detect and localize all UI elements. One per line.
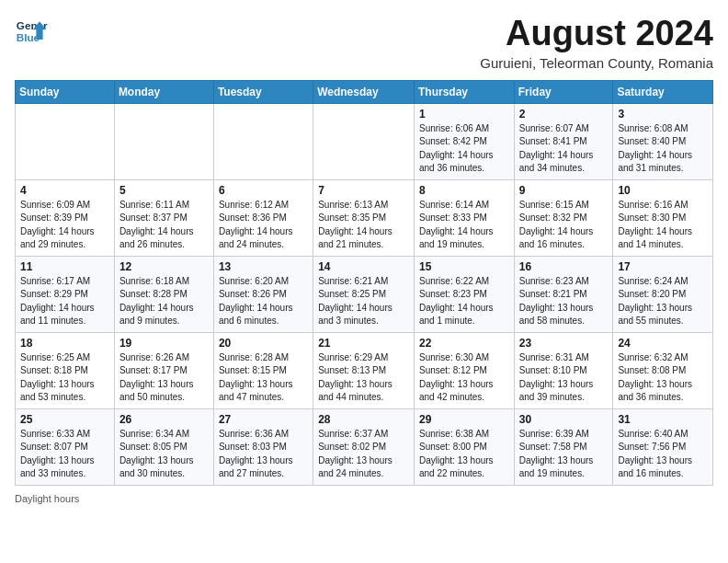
day-number: 16 xyxy=(519,260,609,273)
calendar-cell: 16Sunrise: 6:23 AM Sunset: 8:21 PM Dayli… xyxy=(514,256,613,332)
dow-header-tuesday: Tuesday xyxy=(213,80,313,103)
day-number: 9 xyxy=(519,184,609,197)
day-number: 4 xyxy=(20,184,109,197)
day-info: Sunrise: 6:21 AM Sunset: 8:25 PM Dayligh… xyxy=(318,275,409,328)
day-number: 13 xyxy=(219,260,308,273)
day-info: Sunrise: 6:13 AM Sunset: 8:35 PM Dayligh… xyxy=(318,199,409,252)
day-info: Sunrise: 6:29 AM Sunset: 8:13 PM Dayligh… xyxy=(318,351,409,405)
day-number: 22 xyxy=(419,337,509,350)
calendar-cell: 9Sunrise: 6:15 AM Sunset: 8:32 PM Daylig… xyxy=(514,179,613,256)
calendar-cell: 10Sunrise: 6:16 AM Sunset: 8:30 PM Dayli… xyxy=(613,179,713,256)
day-number: 19 xyxy=(119,337,209,350)
day-info: Sunrise: 6:38 AM Sunset: 8:00 PM Dayligh… xyxy=(419,428,509,481)
calendar-subtitle: Guruieni, Teleorman County, Romania xyxy=(480,55,713,71)
day-info: Sunrise: 6:31 AM Sunset: 8:10 PM Dayligh… xyxy=(519,351,609,405)
calendar-cell: 13Sunrise: 6:20 AM Sunset: 8:26 PM Dayli… xyxy=(213,256,313,332)
day-info: Sunrise: 6:24 AM Sunset: 8:20 PM Dayligh… xyxy=(618,275,708,328)
calendar-cell: 14Sunrise: 6:21 AM Sunset: 8:25 PM Dayli… xyxy=(313,256,415,332)
calendar-cell: 22Sunrise: 6:30 AM Sunset: 8:12 PM Dayli… xyxy=(414,332,514,408)
calendar-cell: 6Sunrise: 6:12 AM Sunset: 8:36 PM Daylig… xyxy=(213,179,313,256)
day-info: Sunrise: 6:34 AM Sunset: 8:05 PM Dayligh… xyxy=(119,428,209,481)
day-number: 25 xyxy=(20,413,109,426)
day-number: 29 xyxy=(419,413,509,426)
day-info: Sunrise: 6:14 AM Sunset: 8:33 PM Dayligh… xyxy=(419,199,509,252)
footer-label: Daylight hours xyxy=(15,493,79,504)
calendar-cell: 8Sunrise: 6:14 AM Sunset: 8:33 PM Daylig… xyxy=(414,179,514,256)
day-number: 24 xyxy=(618,337,708,350)
calendar-cell: 15Sunrise: 6:22 AM Sunset: 8:23 PM Dayli… xyxy=(414,256,514,332)
dow-header-sunday: Sunday xyxy=(16,80,115,103)
dow-header-friday: Friday xyxy=(514,80,613,103)
day-info: Sunrise: 6:16 AM Sunset: 8:30 PM Dayligh… xyxy=(618,199,708,252)
calendar-cell xyxy=(16,103,115,179)
calendar-cell: 2Sunrise: 6:07 AM Sunset: 8:41 PM Daylig… xyxy=(514,103,613,179)
day-number: 17 xyxy=(618,260,708,273)
day-number: 26 xyxy=(119,413,209,426)
day-info: Sunrise: 6:18 AM Sunset: 8:28 PM Dayligh… xyxy=(119,275,209,328)
page-header: General Blue August 2024 Guruieni, Teleo… xyxy=(15,15,713,71)
day-number: 28 xyxy=(318,413,409,426)
day-number: 6 xyxy=(219,184,308,197)
day-info: Sunrise: 6:22 AM Sunset: 8:23 PM Dayligh… xyxy=(419,275,509,328)
day-info: Sunrise: 6:36 AM Sunset: 8:03 PM Dayligh… xyxy=(219,428,308,481)
calendar-table: SundayMondayTuesdayWednesdayThursdayFrid… xyxy=(15,80,713,486)
day-number: 1 xyxy=(419,108,509,121)
dow-header-wednesday: Wednesday xyxy=(313,80,415,103)
calendar-cell: 4Sunrise: 6:09 AM Sunset: 8:39 PM Daylig… xyxy=(16,179,115,256)
calendar-cell: 11Sunrise: 6:17 AM Sunset: 8:29 PM Dayli… xyxy=(16,256,115,332)
calendar-cell: 26Sunrise: 6:34 AM Sunset: 8:05 PM Dayli… xyxy=(114,408,213,485)
day-info: Sunrise: 6:09 AM Sunset: 8:39 PM Dayligh… xyxy=(20,199,109,252)
day-number: 27 xyxy=(219,413,308,426)
calendar-cell: 28Sunrise: 6:37 AM Sunset: 8:02 PM Dayli… xyxy=(313,408,415,485)
calendar-cell: 19Sunrise: 6:26 AM Sunset: 8:17 PM Dayli… xyxy=(114,332,213,408)
day-number: 14 xyxy=(318,260,409,273)
calendar-cell: 7Sunrise: 6:13 AM Sunset: 8:35 PM Daylig… xyxy=(313,179,415,256)
day-info: Sunrise: 6:12 AM Sunset: 8:36 PM Dayligh… xyxy=(219,199,308,252)
calendar-cell: 20Sunrise: 6:28 AM Sunset: 8:15 PM Dayli… xyxy=(213,332,313,408)
footer: Daylight hours xyxy=(15,493,713,504)
calendar-cell xyxy=(114,103,213,179)
day-info: Sunrise: 6:17 AM Sunset: 8:29 PM Dayligh… xyxy=(20,275,109,328)
day-info: Sunrise: 6:11 AM Sunset: 8:37 PM Dayligh… xyxy=(119,199,209,252)
calendar-cell: 24Sunrise: 6:32 AM Sunset: 8:08 PM Dayli… xyxy=(613,332,713,408)
day-number: 15 xyxy=(419,260,509,273)
calendar-cell: 29Sunrise: 6:38 AM Sunset: 8:00 PM Dayli… xyxy=(414,408,514,485)
day-info: Sunrise: 6:37 AM Sunset: 8:02 PM Dayligh… xyxy=(318,428,409,481)
calendar-cell: 17Sunrise: 6:24 AM Sunset: 8:20 PM Dayli… xyxy=(613,256,713,332)
calendar-cell: 27Sunrise: 6:36 AM Sunset: 8:03 PM Dayli… xyxy=(213,408,313,485)
calendar-cell: 18Sunrise: 6:25 AM Sunset: 8:18 PM Dayli… xyxy=(16,332,115,408)
calendar-cell: 30Sunrise: 6:39 AM Sunset: 7:58 PM Dayli… xyxy=(514,408,613,485)
day-info: Sunrise: 6:08 AM Sunset: 8:40 PM Dayligh… xyxy=(618,122,708,176)
day-info: Sunrise: 6:25 AM Sunset: 8:18 PM Dayligh… xyxy=(20,351,109,405)
day-number: 12 xyxy=(119,260,209,273)
day-info: Sunrise: 6:07 AM Sunset: 8:41 PM Dayligh… xyxy=(519,122,609,176)
calendar-cell: 3Sunrise: 6:08 AM Sunset: 8:40 PM Daylig… xyxy=(613,103,713,179)
day-number: 7 xyxy=(318,184,409,197)
day-info: Sunrise: 6:30 AM Sunset: 8:12 PM Dayligh… xyxy=(419,351,509,405)
calendar-cell: 31Sunrise: 6:40 AM Sunset: 7:56 PM Dayli… xyxy=(613,408,713,485)
day-number: 31 xyxy=(618,413,708,426)
day-number: 11 xyxy=(20,260,109,273)
day-info: Sunrise: 6:40 AM Sunset: 7:56 PM Dayligh… xyxy=(618,428,708,481)
calendar-title: August 2024 xyxy=(480,15,713,53)
day-info: Sunrise: 6:33 AM Sunset: 8:07 PM Dayligh… xyxy=(20,428,109,481)
calendar-cell: 5Sunrise: 6:11 AM Sunset: 8:37 PM Daylig… xyxy=(114,179,213,256)
day-info: Sunrise: 6:06 AM Sunset: 8:42 PM Dayligh… xyxy=(419,122,509,176)
day-number: 5 xyxy=(119,184,209,197)
day-number: 2 xyxy=(519,108,609,121)
dow-header-thursday: Thursday xyxy=(414,80,514,103)
logo-icon: General Blue xyxy=(15,15,48,48)
day-number: 18 xyxy=(20,337,109,350)
day-number: 21 xyxy=(318,337,409,350)
day-number: 30 xyxy=(519,413,609,426)
calendar-cell xyxy=(313,103,415,179)
day-number: 3 xyxy=(618,108,708,121)
dow-header-monday: Monday xyxy=(114,80,213,103)
calendar-cell: 1Sunrise: 6:06 AM Sunset: 8:42 PM Daylig… xyxy=(414,103,514,179)
day-info: Sunrise: 6:26 AM Sunset: 8:17 PM Dayligh… xyxy=(119,351,209,405)
day-number: 23 xyxy=(519,337,609,350)
calendar-cell: 25Sunrise: 6:33 AM Sunset: 8:07 PM Dayli… xyxy=(16,408,115,485)
day-info: Sunrise: 6:15 AM Sunset: 8:32 PM Dayligh… xyxy=(519,199,609,252)
svg-text:General: General xyxy=(17,19,48,31)
calendar-cell xyxy=(213,103,313,179)
